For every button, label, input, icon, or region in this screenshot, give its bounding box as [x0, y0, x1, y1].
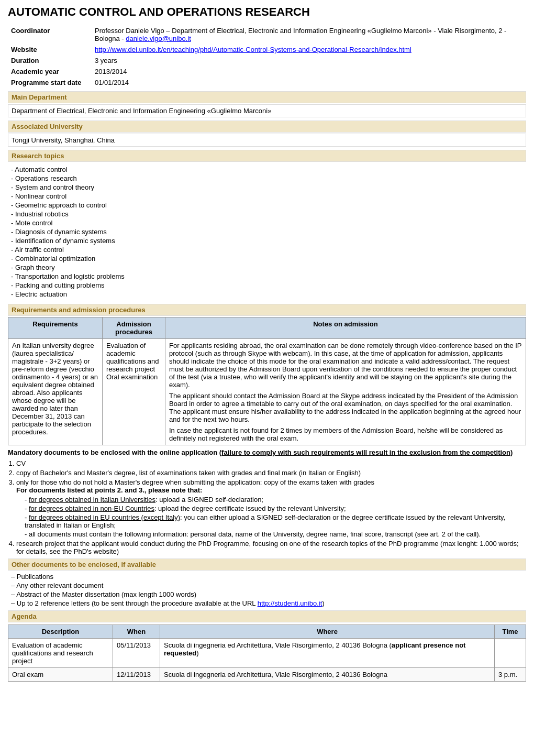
duration-label: Duration: [8, 55, 92, 66]
doc-sub-item: all documents must contain the following…: [25, 530, 526, 538]
agenda-table: Description When Where Time Evaluation o…: [8, 624, 526, 682]
research-item: Geometric approach to control: [11, 201, 523, 210]
assoc-university-value: Tongji University, Shanghai, China: [8, 134, 526, 147]
page-title: AUTOMATIC CONTROL AND OPERATIONS RESEARC…: [8, 5, 526, 19]
info-table: Coordinator Professor Daniele Vigo – Dep…: [8, 25, 526, 88]
doc-sub-item: for degrees obtained in non-EU Countries…: [25, 505, 526, 512]
other-doc-item: Abstract of the Master dissertation (max…: [11, 590, 526, 598]
research-item: Air traffic control: [11, 245, 523, 254]
assoc-university-header: Associated University: [8, 120, 526, 133]
mandatory-docs-header: Mandatory documents to be enclosed with …: [8, 448, 513, 456]
other-doc-item: Up to 2 reference letters (to be sent th…: [11, 599, 526, 607]
programme-start-value: 01/01/2014: [92, 77, 526, 88]
req-col2-header: Admission procedures: [103, 317, 165, 339]
agenda-description: Oral exam: [8, 668, 113, 682]
academic-year-value: 2013/2014: [92, 66, 526, 77]
requirements-table: Requirements Admission procedures Notes …: [8, 317, 526, 445]
programme-start-label: Programme start date: [8, 77, 92, 88]
agenda-description: Evaluation of academic qualifications an…: [8, 639, 113, 668]
main-dept-value: Department of Electrical, Electronic and…: [8, 104, 526, 117]
website-label: Website: [8, 44, 92, 55]
website-link[interactable]: http://www.dei.unibo.it/en/teaching/phd/…: [95, 46, 411, 53]
req-col3-header: Notes on admission: [165, 317, 526, 339]
doc-sub-list: for degrees obtained in Italian Universi…: [25, 496, 526, 538]
req-col1-header: Requirements: [8, 317, 103, 339]
agenda-header: Agenda: [8, 610, 526, 622]
coordinator-label: Coordinator: [8, 25, 92, 44]
agenda-col2: When: [113, 625, 160, 639]
mandatory-doc-1: CV: [16, 459, 526, 467]
agenda-when: 05/11/2013: [113, 639, 160, 668]
agenda-time: 3 p.m.: [495, 668, 526, 682]
doc-sub-item: for degrees obtained in Italian Universi…: [25, 496, 526, 503]
other-docs-link[interactable]: http://studenti.unibo.it: [258, 599, 322, 607]
research-item: Automatic control: [11, 165, 523, 174]
research-item: Operations research: [11, 174, 523, 183]
duration-value: 3 years: [92, 55, 526, 66]
agenda-time: [495, 639, 526, 668]
req-note-para: The applicant should contact the Admissi…: [169, 392, 522, 423]
research-item: Graph theory: [11, 263, 523, 272]
research-item: Industrial robotics: [11, 210, 523, 218]
doc-sub-item: for degrees obtained in EU countries (ex…: [25, 513, 526, 529]
req-notes: For applicants residing abroad, the oral…: [165, 339, 526, 445]
req-procedures: Evaluation of academic qualifications an…: [103, 339, 165, 445]
research-item: Diagnosis of dynamic systems: [11, 227, 523, 236]
research-item: Electric actuation: [11, 290, 523, 299]
research-topics-header: Research topics: [8, 150, 526, 162]
mandatory-doc-2: copy of Bachelor's and Master's degree, …: [16, 469, 526, 477]
requirements-header: Requirements and admission procedures: [8, 304, 526, 316]
research-item: Identification of dynamic systems: [11, 236, 523, 245]
research-item: Mote control: [11, 218, 523, 227]
website-value: http://www.dei.unibo.it/en/teaching/phd/…: [92, 44, 526, 55]
req-note-para: For applicants residing abroad, the oral…: [169, 342, 522, 389]
coordinator-value: Professor Daniele Vigo – Department of E…: [92, 25, 526, 44]
research-item: Combinatorial optimization: [11, 254, 523, 263]
agenda-when: 12/11/2013: [113, 668, 160, 682]
other-docs-header: Other documents to be enclosed, if avail…: [8, 558, 526, 571]
agenda-col4: Time: [495, 625, 526, 639]
agenda-row: Oral exam12/11/2013Scuola di ingegneria …: [8, 668, 526, 682]
other-doc-item: Publications: [11, 573, 526, 580]
other-doc-item: Any other relevant document: [11, 582, 526, 589]
academic-year-label: Academic year: [8, 66, 92, 77]
agenda-where: Scuola di ingegneria ed Architettura, Vi…: [160, 668, 495, 682]
agenda-col3: Where: [160, 625, 495, 639]
research-item: Nonlinear control: [11, 192, 523, 201]
main-dept-header: Main Department: [8, 91, 526, 103]
mandatory-doc-4: research project that the applicant woul…: [16, 540, 526, 555]
research-item: System and control theory: [11, 183, 523, 192]
agenda-col1: Description: [8, 625, 113, 639]
agenda-row: Evaluation of academic qualifications an…: [8, 639, 526, 668]
mandatory-failure-note: failure to comply with such requirements…: [221, 448, 510, 456]
research-item: Transportation and logistic problems: [11, 272, 523, 281]
research-topics-list: Automatic controlOperations researchSyst…: [8, 163, 526, 301]
mandatory-doc-3: only for those who do not hold a Master'…: [16, 478, 526, 538]
doc-note-header: For documents listed at points 2. and 3.…: [16, 486, 202, 494]
agenda-where: Scuola di ingegneria ed Architettura, Vi…: [160, 639, 495, 668]
research-item: Packing and cutting problems: [11, 281, 523, 290]
req-note-para: In case the applicant is not found for 2…: [169, 426, 522, 442]
mandatory-docs-note: Mandatory documents to be enclosed with …: [8, 448, 526, 456]
coordinator-email[interactable]: daniele.vigo@unibo.it: [126, 35, 191, 42]
other-docs-list: PublicationsAny other relevant documentA…: [11, 573, 526, 607]
mandatory-docs-list: CV copy of Bachelor's and Master's degre…: [16, 459, 526, 555]
req-requirements: An Italian university degree (laurea spe…: [8, 339, 103, 445]
